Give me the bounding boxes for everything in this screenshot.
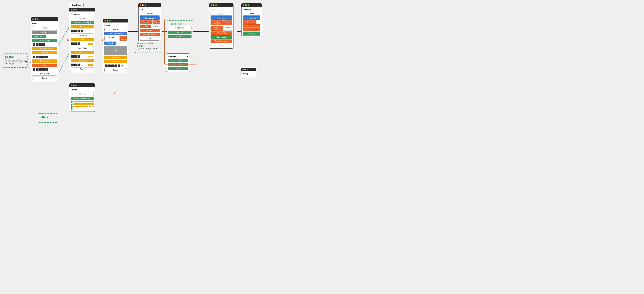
search-bar-trigger: Search bar & filer trigger: [70, 97, 94, 100]
catalogue-icons-2: Callout: [70, 42, 94, 46]
product-area-border: [164, 19, 197, 65]
cart2-continue-browsing: Continue browsing: [210, 40, 232, 43]
checkbox-4: [70, 108, 72, 110]
cart-nav-bar: Nav bar: [140, 12, 160, 16]
cart-continue-browsing: Continue browsing: [140, 33, 160, 36]
home-browse-categories: Browse Categories: [32, 39, 57, 42]
search-label: Search: [5, 55, 26, 59]
checkout-addons-3: Product + addons: [243, 28, 260, 32]
cart2-progress-bar: Progress bar: [210, 16, 232, 20]
product-footer: Footer: [104, 68, 127, 72]
catalogue-nav-bar: Nav bar: [70, 17, 94, 20]
home-title: Home: [32, 22, 57, 25]
product-header-row: Header ATC & Pricing: [104, 36, 127, 41]
home-footer: Footer: [32, 76, 57, 80]
catalogue-icons-4: Callout: [70, 63, 94, 67]
dot-green: [248, 4, 249, 6]
home-icons-3: [32, 68, 57, 71]
cart2-guest-added: Guest Added: [210, 35, 232, 39]
catalogue-titlebar: [69, 8, 95, 12]
dot-red: [210, 4, 212, 6]
home-icons-2: [32, 55, 57, 59]
cart2-product-addons-1: Product + addons: [210, 21, 224, 25]
cart-body: Cart Nav bar Progress bar Product Prices…: [138, 7, 161, 42]
dot-red: [32, 19, 34, 20]
checkout-row-1: Product + addons: [243, 21, 260, 24]
product-content-label: Content: [113, 50, 118, 51]
filters-label: Filters: [40, 115, 56, 118]
product-content-img: Content: [104, 46, 127, 55]
dot-green: [247, 69, 248, 70]
home-body: Home Nav bar Home header Short Filters ▾…: [31, 21, 58, 81]
cart2-row-1: Product + addons Prices: [210, 21, 232, 25]
dot-yellow: [73, 85, 74, 86]
other-products-title: Other productspages: [137, 42, 160, 47]
home-trending: Trending: [32, 51, 57, 55]
dot-yellow: [73, 9, 74, 11]
search-item-4: [74, 106, 88, 107]
search-icons-row: Callout: [70, 101, 94, 110]
dot-red: [70, 85, 72, 86]
product-title: Product: [104, 24, 127, 27]
cart-window: Cart Nav bar Progress bar Product Prices…: [138, 3, 161, 42]
product-nav-bar: Nav bar: [104, 28, 127, 31]
checkout-addons-2: Product + addons: [243, 24, 260, 28]
home-titlebar: [31, 18, 58, 21]
dot-red: [104, 20, 106, 22]
catalogue-body: Catalogue Nav bar Search bar & filter tr…: [69, 12, 95, 72]
cart2-product-addons-3: Product + addons: [210, 32, 232, 35]
cart-page-label: Cart Page: [69, 3, 84, 7]
checkbox-3: [70, 106, 72, 108]
cart2-prices: Prices: [224, 21, 232, 25]
dot-green: [37, 19, 38, 20]
other-products-dashed: Other productspages Selecting any item t…: [135, 40, 162, 53]
cart-title: Cart: [140, 8, 160, 11]
catalogue-trust-2: Trust Section: [70, 46, 94, 50]
product-header: Header: [104, 36, 120, 41]
search-item-1: [74, 101, 94, 102]
callout-badge-search: Callout: [88, 106, 94, 107]
search-nav-bar: Nav bar: [70, 92, 94, 96]
cart-titlebar: [138, 3, 161, 7]
checkout-nav-bar: Nav bar: [243, 12, 260, 16]
cart2-footer: Footer: [210, 44, 232, 47]
dot-green: [144, 4, 146, 6]
checkout-body: Checkout Nav bar Progress bar Product + …: [242, 7, 262, 37]
dot-green: [215, 4, 217, 6]
product-back-btn[interactable]: Back to previous page: [104, 32, 127, 35]
catalogue-courses: Courses on..: [70, 59, 94, 62]
checkout-guest-info: Guest i...: [243, 32, 260, 36]
product-icon-circle: [121, 65, 123, 67]
cart-progress-bar: Progress bar: [140, 16, 160, 20]
catalogue-footer: Footer: [70, 67, 94, 71]
cart2-product-addons-2: Product + addons: [210, 26, 223, 31]
product-titlebar: [103, 19, 128, 23]
cart2-titlebar: [209, 3, 233, 7]
dot-yellow: [34, 19, 36, 20]
catalogue-mini-titlebar: [241, 68, 256, 71]
search-window-title: Search: [70, 88, 94, 91]
dot-yellow: [142, 4, 144, 6]
search-dashed-box: Search Applies preapplied filters and sh…: [3, 54, 28, 68]
catalogue-title: Catalogue: [70, 13, 94, 16]
catalogue-icons-3: Callout: [70, 55, 94, 58]
home-short-filters[interactable]: Short Filters ▾: [32, 35, 46, 38]
dot-green: [75, 85, 77, 86]
cart2-title: Cart: [210, 8, 232, 11]
search-rows: Callout: [74, 101, 94, 110]
dot-green: [109, 20, 111, 22]
dot-red: [140, 4, 141, 6]
product-body: Product Nav bar Back to previous page He…: [103, 23, 128, 73]
home-icons-1: [32, 43, 57, 46]
checkbox-2: [70, 104, 72, 106]
catalogue-on-sale: On Sale: [70, 51, 94, 54]
popup-add-guest-btn[interactable]: Add guest: [168, 67, 188, 70]
catalogue-mini-title: Catalog: [242, 73, 255, 75]
cart-product-1: Product: [140, 21, 152, 24]
search-item-3: [74, 104, 94, 105]
dot-red: [242, 69, 244, 70]
cart-row-1: Product Prices: [140, 21, 160, 24]
product-icons: [104, 64, 127, 68]
dot-yellow: [107, 20, 108, 22]
cart-prices: Prices: [152, 21, 160, 24]
